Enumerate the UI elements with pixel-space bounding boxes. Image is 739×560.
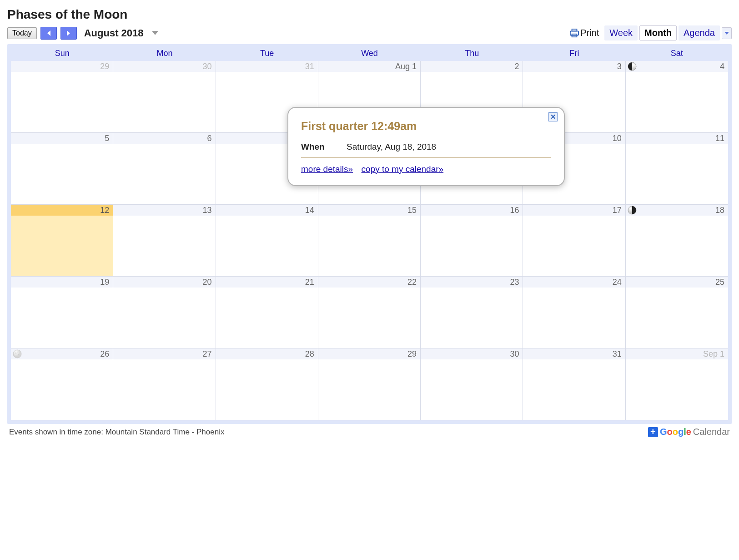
tab-week[interactable]: Week [604,25,638,40]
date-label: 31 [216,61,318,72]
event-popup: ✕ First quarter 12:49am When Saturday, A… [287,107,565,186]
date-label: 26 [11,348,113,359]
chevron-right-icon [66,30,71,36]
date-label: 21 [216,277,318,288]
popup-when-value: Saturday, Aug 18, 2018 [347,142,436,152]
day-header: Thu [421,48,523,61]
date-label: 11 [626,133,728,144]
toolbar: Today August 2018 Print Week Month Agend… [7,25,732,40]
copy-to-calendar-link[interactable]: copy to my calendar» [362,164,444,174]
calendar-cell[interactable]: 29 [11,61,113,133]
chevron-left-icon [46,30,51,36]
google-logo: Google [660,427,691,437]
date-label: 30 [113,61,215,72]
tab-month[interactable]: Month [639,25,677,40]
date-label: 25 [626,277,728,288]
google-calendar-badge[interactable]: + Google Calendar [648,427,730,437]
page-title: Phases of the Moon [7,7,732,22]
day-header: Wed [318,48,421,61]
prev-month-button[interactable] [40,27,57,40]
calendar-cell[interactable]: 4 [626,61,728,133]
month-dropdown-caret[interactable] [152,31,158,35]
toolbar-left: Today August 2018 [7,27,158,40]
last-quarter-moon-icon[interactable] [628,62,637,71]
svg-rect-1 [570,31,578,35]
day-header: Tue [216,48,318,61]
calendar-word: Calendar [693,427,730,437]
calendar-cell[interactable]: 29 [318,348,421,420]
calendar-cell[interactable]: 30 [421,348,523,420]
calendar: SunMonTueWedThuFriSat 293031Aug 12345678… [7,44,732,424]
day-header: Sun [11,48,113,61]
plus-icon: + [648,427,658,437]
date-label: 19 [11,277,113,288]
calendar-cell[interactable]: 17 [523,205,625,277]
calendar-cell[interactable]: 12 [11,205,113,277]
date-label: 6 [113,133,215,144]
popup-when-label: When [301,142,328,152]
day-header: Mon [113,48,216,61]
toolbar-right: Print Week Month Agenda [569,25,732,40]
svg-point-7 [18,354,19,355]
day-header: Sat [626,48,728,61]
date-label: 5 [11,133,113,144]
today-button[interactable]: Today [7,27,37,39]
date-label: 28 [216,348,318,359]
popup-title: First quarter 12:49am [301,120,551,133]
first-quarter-moon-icon[interactable] [628,206,637,215]
calendar-cell[interactable]: 21 [216,277,318,348]
month-label: August 2018 [84,27,144,39]
more-details-link[interactable]: more details» [301,164,353,174]
date-label: 15 [318,205,420,216]
date-label: 4 [626,61,728,72]
date-label: 31 [523,348,625,359]
calendar-cell[interactable]: 15 [318,205,421,277]
date-label: 29 [318,348,420,359]
print-button[interactable]: Print [569,28,599,38]
date-label: 16 [421,205,523,216]
calendar-cell[interactable]: 28 [216,348,318,420]
tab-agenda[interactable]: Agenda [679,25,720,40]
date-label: 23 [421,277,523,288]
date-label: 29 [11,61,113,72]
date-label: 20 [113,277,215,288]
date-label: 17 [523,205,625,216]
date-label: 24 [523,277,625,288]
calendar-cell[interactable]: 24 [523,277,625,348]
popup-divider [301,157,551,158]
date-label: 27 [113,348,215,359]
calendar-cell[interactable]: Sep 1 [626,348,728,420]
view-dropdown-button[interactable] [722,27,732,39]
print-icon [569,29,579,38]
date-label: Aug 1 [318,61,420,72]
calendar-cell[interactable]: 5 [11,133,113,205]
timezone-note: Events shown in time zone: Mountain Stan… [9,428,224,437]
date-label: Sep 1 [626,348,728,359]
calendar-cell[interactable]: 6 [113,133,216,205]
svg-point-8 [17,352,18,353]
popup-close-button[interactable]: ✕ [548,112,558,121]
calendar-cell[interactable]: 30 [113,61,216,133]
calendar-cell[interactable]: 25 [626,277,728,348]
calendar-cell[interactable]: 13 [113,205,216,277]
calendar-cell[interactable]: 22 [318,277,421,348]
calendar-cell[interactable]: 31 [523,348,625,420]
calendar-cell[interactable]: 14 [216,205,318,277]
next-month-button[interactable] [60,27,77,40]
calendar-cell[interactable]: 18 [626,205,728,277]
full-moon-icon[interactable] [13,349,22,358]
calendar-cell[interactable]: 26 [11,348,113,420]
print-label: Print [580,28,599,38]
date-label: 18 [626,205,728,216]
date-label: 13 [113,205,215,216]
calendar-cell[interactable]: 23 [421,277,523,348]
popup-links: more details» copy to my calendar» [301,164,551,174]
caret-down-icon [724,32,729,35]
calendar-cell[interactable]: 27 [113,348,216,420]
calendar-cell[interactable]: 11 [626,133,728,205]
svg-point-5 [13,350,21,358]
calendar-cell[interactable]: 20 [113,277,216,348]
svg-point-6 [15,353,17,354]
calendar-cell[interactable]: 16 [421,205,523,277]
calendar-cell[interactable]: 19 [11,277,113,348]
